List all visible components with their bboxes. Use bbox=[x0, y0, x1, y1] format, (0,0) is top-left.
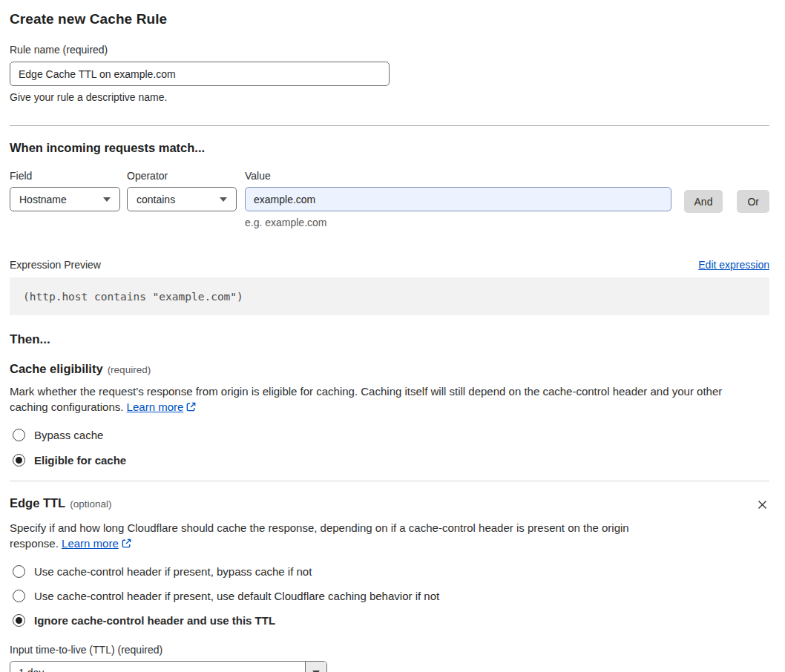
external-link-icon bbox=[121, 538, 132, 549]
edge-ttl-heading: Edge TTL(optional) bbox=[10, 496, 111, 510]
expression-preview-header: Expression Preview Edit expression bbox=[10, 259, 769, 271]
bypass-cache-radio[interactable]: Bypass cache bbox=[10, 429, 769, 441]
radio-icon bbox=[13, 454, 25, 467]
edge-ttl-section: Edge TTL(optional) Specify if and how lo… bbox=[10, 496, 769, 672]
ttl-dropdown-button[interactable] bbox=[305, 662, 326, 672]
field-select-value: Hostname bbox=[19, 194, 67, 205]
eligible-for-cache-radio[interactable]: Eligible for cache bbox=[10, 454, 769, 467]
ttl-select[interactable]: 1 day bbox=[10, 661, 327, 672]
field-select[interactable]: Hostname bbox=[10, 187, 120, 211]
then-heading: Then... bbox=[10, 332, 769, 347]
radio-icon bbox=[13, 565, 25, 578]
edge-ttl-options: Use cache-control header if present, byp… bbox=[10, 565, 769, 627]
operator-select[interactable]: contains bbox=[127, 187, 237, 211]
section-divider bbox=[10, 125, 769, 126]
cache-learn-more-link[interactable]: Learn more bbox=[127, 401, 184, 413]
cache-eligibility-section: Cache eligibility(required) Mark whether… bbox=[10, 362, 769, 467]
radio-icon bbox=[13, 590, 25, 602]
rule-name-helper: Give your rule a descriptive name. bbox=[10, 91, 769, 103]
or-button[interactable]: Or bbox=[737, 190, 769, 213]
radio-icon bbox=[13, 429, 25, 441]
value-input[interactable] bbox=[245, 187, 671, 211]
and-button[interactable]: And bbox=[684, 190, 723, 213]
match-condition-row: Field Hostname Operator contains Value e… bbox=[10, 170, 769, 228]
cache-eligibility-options: Bypass cache Eligible for cache bbox=[10, 429, 769, 467]
chevron-down-icon bbox=[220, 197, 227, 202]
operator-select-value: contains bbox=[137, 194, 175, 205]
page-title: Create new Cache Rule bbox=[10, 11, 769, 27]
condition-buttons: And Or bbox=[671, 170, 769, 213]
cache-eligibility-heading: Cache eligibility(required) bbox=[10, 362, 769, 376]
field-label: Field bbox=[10, 170, 120, 182]
expression-preview-label: Expression Preview bbox=[10, 259, 101, 271]
radio-icon bbox=[13, 614, 25, 627]
field-column: Field Hostname bbox=[10, 170, 120, 211]
ttl-use-header-default-radio[interactable]: Use cache-control header if present, use… bbox=[10, 590, 769, 602]
operator-column: Operator contains bbox=[127, 170, 237, 211]
close-icon[interactable] bbox=[755, 498, 769, 514]
value-helper: e.g. example.com bbox=[245, 217, 671, 228]
edit-expression-link[interactable]: Edit expression bbox=[698, 259, 769, 271]
create-cache-rule-form: Create new Cache Rule Rule name (require… bbox=[0, 0, 785, 672]
edge-ttl-description: Specify if and how long Cloudflare shoul… bbox=[10, 520, 637, 551]
rule-name-section: Rule name (required) Give your rule a de… bbox=[10, 44, 769, 103]
rule-name-label: Rule name (required) bbox=[10, 44, 769, 56]
value-column: Value e.g. example.com bbox=[245, 170, 671, 228]
ttl-ignore-header-radio[interactable]: Ignore cache-control header and use this… bbox=[10, 614, 769, 627]
ttl-select-value: 1 day bbox=[10, 662, 305, 672]
match-heading: When incoming requests match... bbox=[10, 141, 769, 155]
cache-eligibility-description: Mark whether the request’s response from… bbox=[10, 383, 761, 415]
rule-name-input[interactable] bbox=[10, 62, 390, 86]
expression-code-block: (http.host contains "example.com") bbox=[10, 277, 769, 315]
ttl-input-section: Input time-to-live (TTL) (required) 1 da… bbox=[10, 644, 769, 672]
edge-ttl-qualifier: (optional) bbox=[70, 498, 111, 510]
external-link-icon bbox=[185, 401, 197, 412]
edge-ttl-header: Edge TTL(optional) bbox=[10, 496, 769, 514]
operator-label: Operator bbox=[127, 170, 237, 182]
value-label: Value bbox=[245, 170, 671, 182]
ttl-label: Input time-to-live (TTL) (required) bbox=[10, 644, 769, 656]
section-divider bbox=[10, 481, 769, 481]
edge-ttl-learn-more-link[interactable]: Learn more bbox=[62, 537, 119, 550]
cache-eligibility-qualifier: (required) bbox=[108, 364, 151, 375]
chevron-down-icon bbox=[103, 197, 111, 202]
ttl-use-header-bypass-radio[interactable]: Use cache-control header if present, byp… bbox=[10, 565, 769, 578]
